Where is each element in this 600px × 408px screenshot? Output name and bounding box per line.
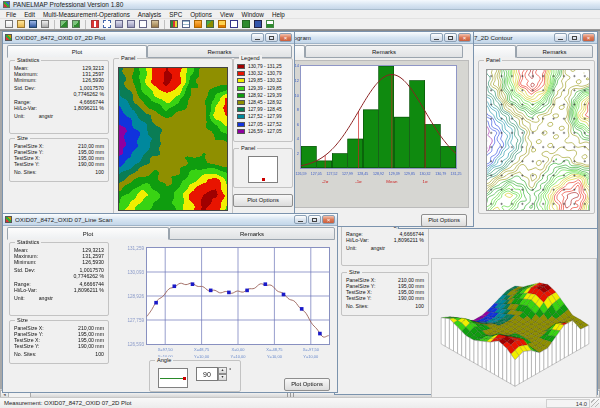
stat-value: 1,8096211 %: [74, 105, 104, 111]
legend-band-label: 127,05 - 127,52: [248, 122, 282, 127]
restore-button[interactable]: [265, 33, 278, 42]
legend-label: Legend: [239, 55, 262, 62]
angle-input[interactable]: 90: [196, 367, 218, 381]
stat-value: 190,00 mm: [78, 343, 104, 349]
minimize-button[interactable]: [430, 33, 443, 42]
plot-options-button[interactable]: Plot Options: [233, 194, 293, 207]
legend-swatch: [237, 129, 245, 134]
toolbar-panel-blue-button[interactable]: [252, 19, 263, 29]
statistics-label: Statistics: [15, 57, 41, 64]
stat-label: Std. Dev:: [14, 85, 35, 91]
menu-item-file[interactable]: File: [2, 10, 20, 19]
stat-label: Minimum:: [14, 77, 36, 83]
spin-up-icon[interactable]: ▲: [218, 367, 227, 374]
site-panel-preview[interactable]: [248, 156, 278, 183]
toolbar-site-back-button[interactable]: [125, 19, 136, 29]
resize-grip[interactable]: [591, 399, 599, 407]
close-button[interactable]: ×: [279, 33, 292, 42]
close-button[interactable]: ×: [582, 33, 595, 42]
menu-item-view[interactable]: View: [216, 10, 238, 19]
menu-item-options[interactable]: Options: [186, 10, 216, 19]
tab-remarks[interactable]: Remarks: [147, 45, 292, 58]
toolbar-panel-green-button[interactable]: [240, 19, 251, 29]
stat-label: Hi/Lo-Var:: [346, 237, 369, 243]
menu-item-analysis[interactable]: Analysis: [134, 10, 165, 19]
toolbar-sites-07-button[interactable]: [137, 19, 148, 29]
new-document-icon: [5, 20, 13, 28]
restore-button[interactable]: [444, 33, 457, 42]
toolbar-save-button[interactable]: [27, 19, 38, 29]
window-titlebar[interactable]: OXID07_8472_OXID 07_2D Plot ×: [3, 32, 294, 44]
toolbar-map-green-button[interactable]: [204, 19, 215, 29]
legend-band-label: 128,45 - 128,92: [248, 100, 282, 105]
toolbar-separator: [54, 20, 55, 29]
plot-options-button[interactable]: Plot Options: [421, 214, 467, 227]
app-title: PANELMAP Professional Version 1.80: [13, 1, 123, 8]
toolbar-new-document-button[interactable]: [3, 19, 14, 29]
mdi-client-area: ◄ ► Statistics Mean:129,3213Maximum:131,…: [0, 30, 600, 397]
toolbar-histogram-orange-button[interactable]: [216, 19, 227, 29]
statistics-group: Statistics Mean:129,3213Maximum:131,2597…: [9, 242, 109, 316]
degree-unit: °: [229, 367, 231, 373]
minimize-button[interactable]: [294, 215, 307, 224]
toolbar-plot-3d-button[interactable]: [228, 19, 239, 29]
window-controls: ×: [430, 33, 471, 42]
toolbar-site-forward-button[interactable]: [113, 19, 124, 29]
close-button[interactable]: ×: [322, 215, 335, 224]
restore-button[interactable]: [308, 215, 321, 224]
panel-label: Panel: [119, 55, 137, 62]
menu-item-multi-measurement-operations[interactable]: Multi-Measurement-Operations: [39, 10, 134, 19]
legend-row: 129,39 - 129,85: [234, 85, 292, 92]
size-label: Size: [15, 135, 30, 142]
toolbar-window-orange-button[interactable]: [192, 19, 203, 29]
legend-swatch: [237, 64, 245, 69]
toolbar-separator: [164, 20, 165, 29]
stat-value: 190,00 mm: [398, 295, 424, 301]
toolbar-clipboard-button[interactable]: [149, 19, 160, 29]
toolbar-red-grid-button[interactable]: [89, 19, 100, 29]
toolbar-copy-measurement-button[interactable]: [58, 19, 69, 29]
application-window: PANELMAP Professional Version 1.80 FileE…: [0, 0, 600, 408]
toolbar-data-table-button[interactable]: [180, 19, 191, 29]
open-folder-icon: [17, 20, 25, 28]
legend-swatch: [237, 100, 245, 105]
toolbar-select-sites-button[interactable]: [101, 19, 112, 29]
close-button[interactable]: ×: [458, 33, 471, 42]
histogram-orange-icon: [218, 20, 226, 28]
minimize-button[interactable]: [251, 33, 264, 42]
restore-button[interactable]: [568, 33, 581, 42]
minimize-button[interactable]: [554, 33, 567, 42]
stat-label: TestSize Y:: [14, 343, 40, 349]
stat-value: 1,8096211 %: [74, 287, 104, 293]
app-titlebar[interactable]: PANELMAP Professional Version 1.80: [0, 0, 600, 10]
menu-item-spc[interactable]: SPC: [165, 10, 186, 19]
tab-remarks[interactable]: Remarks: [305, 45, 463, 58]
toolbar-print-button[interactable]: [39, 19, 50, 29]
menu-item-window[interactable]: Window: [237, 10, 267, 19]
tab-remarks[interactable]: Remarks: [516, 45, 593, 58]
angle-preview[interactable]: [158, 368, 188, 388]
window-titlebar[interactable]: OXID07_8472_OXID 07_Line Scan ×: [3, 214, 337, 226]
spin-down-icon[interactable]: ▼: [218, 374, 227, 381]
sites-07-icon: [139, 20, 147, 28]
panel-group: Panel: [478, 60, 595, 214]
menu-item-help[interactable]: Help: [268, 10, 289, 19]
plot-3d-icon: [230, 20, 238, 28]
tab-remarks[interactable]: Remarks: [169, 227, 335, 240]
3d-surface-canvas: [435, 262, 595, 397]
stat-value: 100: [95, 351, 104, 357]
stat-row: Unit:angstr: [10, 113, 108, 119]
window-line-scan: OXID07_8472_OXID 07_Line Scan × Plot Rem…: [2, 213, 338, 393]
toolbar-chart-statistics-button[interactable]: [264, 19, 275, 29]
plot-options-button[interactable]: Plot Options: [284, 378, 330, 391]
stat-label: TestSize Y:: [346, 295, 372, 301]
stat-value: 0,7746262 %: [73, 273, 104, 279]
toolbar-merge-measurement-button[interactable]: [70, 19, 81, 29]
stat-label: Unit:: [14, 113, 25, 119]
menu-item-edit[interactable]: Edit: [20, 10, 39, 19]
legend-row: 127,52 - 127,99: [234, 113, 292, 120]
toolbar-open-folder-button[interactable]: [15, 19, 26, 29]
legend-swatch: [237, 114, 245, 119]
size-label: Size: [15, 317, 30, 324]
toolbar-map-2d-button[interactable]: [168, 19, 179, 29]
